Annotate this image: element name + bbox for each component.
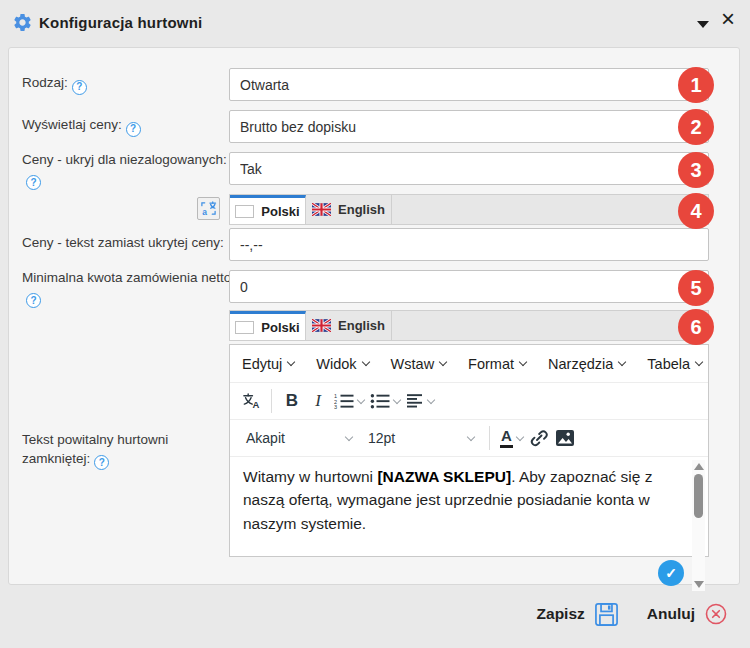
wyswietlaj-ceny-label: Wyświetlaj ceny:? <box>22 116 236 137</box>
chevron-down-icon <box>287 358 295 366</box>
link-button[interactable] <box>526 424 552 452</box>
italic-icon: I <box>315 391 321 411</box>
poland-flag-icon <box>235 321 254 334</box>
rich-text-editor: Edytuj Widok Wstaw Format Narzędzia Tabe… <box>229 344 709 557</box>
bullet-list-button[interactable] <box>367 387 403 415</box>
bold-icon: B <box>286 391 298 411</box>
close-icon: × <box>721 5 735 32</box>
chevron-down-icon <box>519 358 527 366</box>
tekst-zamiast-input[interactable] <box>229 228 709 261</box>
tekst-zamiast-label: Ceny - tekst zamiast ukrytej ceny: <box>22 234 236 253</box>
minimalna-kwota-input[interactable] <box>229 270 709 303</box>
editor-scrollbar[interactable] <box>692 460 705 591</box>
chevron-down-icon <box>439 358 447 366</box>
menu-widok[interactable]: Widok <box>316 356 368 372</box>
save-button[interactable]: Zapisz <box>537 602 619 627</box>
uk-flag-icon <box>312 319 331 332</box>
chevron-down-icon <box>345 432 353 440</box>
dialog-title: Konfiguracja hurtowni <box>39 14 202 31</box>
editor-toolbar-styles: Akapit 12pt A <box>230 419 708 456</box>
link-icon <box>529 428 549 448</box>
ukryj-ceny-input[interactable] <box>229 152 709 185</box>
wyswietlaj-ceny-input[interactable] <box>229 110 709 143</box>
editor-menubar: Edytuj Widok Wstaw Format Narzędzia Tabe… <box>230 345 708 382</box>
form-panel: Rodzaj:? 1 Wyświetlaj ceny:? 2 Ceny - uk… <box>8 47 740 585</box>
tab-polski[interactable]: Polski <box>230 311 306 340</box>
language-tabbar-2: Polski English <box>229 310 709 341</box>
collapse-button[interactable] <box>694 14 712 32</box>
help-icon[interactable]: ? <box>26 175 41 190</box>
toolbar-separator <box>489 426 490 450</box>
minimalna-kwota-label: Minimalna kwota zamówienia netto:? <box>22 269 236 308</box>
ukryj-ceny-label: Ceny - ukryj dla niezalogowanych:? <box>22 151 236 190</box>
bold-button[interactable]: B <box>279 387 305 415</box>
help-icon[interactable]: ? <box>26 293 41 308</box>
cancel-button[interactable]: Anuluj <box>647 602 728 626</box>
dialog-header: Konfiguracja hurtowni × <box>0 0 750 46</box>
cancel-x-icon <box>704 602 728 626</box>
menu-edytuj[interactable]: Edytuj <box>242 356 294 372</box>
text-color-icon: A <box>500 428 513 448</box>
chevron-down-icon <box>393 395 401 403</box>
tekst-powitalny-label: Tekst powitalny hurtowni zamkniętej:? <box>22 431 236 470</box>
chevron-down-icon <box>516 432 524 440</box>
toolbar-separator <box>271 389 272 413</box>
bullet-list-icon <box>370 393 390 409</box>
tab-english[interactable]: English <box>306 195 392 224</box>
check-icon: ✓ <box>665 563 677 584</box>
scroll-up-arrow[interactable] <box>694 463 704 470</box>
menu-format[interactable]: Format <box>468 356 526 372</box>
chevron-down-icon <box>361 358 369 366</box>
language-icon: A <box>242 392 261 410</box>
chevron-down-icon <box>695 358 703 366</box>
font-size-select[interactable]: 12pt <box>360 424 482 452</box>
rodzaj-input[interactable] <box>229 68 709 101</box>
italic-button[interactable]: I <box>305 387 331 415</box>
text-color-button[interactable]: A <box>497 424 526 452</box>
image-button[interactable] <box>552 424 578 452</box>
close-button[interactable]: × <box>716 4 740 34</box>
help-icon[interactable]: ? <box>126 122 141 137</box>
step-badge-1: 1 <box>678 67 714 103</box>
help-icon[interactable]: ? <box>72 80 87 95</box>
welcome-text: Witamy w hurtowni <box>243 468 377 485</box>
chevron-down-icon <box>357 395 365 403</box>
save-floppy-icon <box>594 602 619 627</box>
svg-text:A: A <box>252 399 259 410</box>
block-format-select[interactable]: Akapit <box>238 424 360 452</box>
tab-english[interactable]: English <box>306 311 392 340</box>
step-badge-3: 3 <box>678 152 714 188</box>
uk-flag-icon <box>312 203 331 216</box>
help-icon[interactable]: ? <box>94 455 109 470</box>
numbered-list-button[interactable]: 1 2 3 <box>331 387 367 415</box>
step-badge-5: 5 <box>678 270 714 306</box>
caret-down-icon <box>697 21 709 28</box>
wholesale-config-dialog: { "header": { "title": "Konfiguracja hur… <box>0 0 750 648</box>
menu-narzedzia[interactable]: Narzędzia <box>548 356 625 372</box>
menu-wstaw[interactable]: Wstaw <box>391 356 447 372</box>
numbered-list-icon: 1 2 3 <box>334 393 354 409</box>
step-badge-4: 4 <box>678 193 714 229</box>
status-check-badge: ✓ <box>658 560 684 586</box>
align-button[interactable] <box>403 387 437 415</box>
image-icon <box>555 429 575 447</box>
chevron-down-icon <box>618 358 626 366</box>
gear-icon <box>12 12 33 33</box>
scroll-down-arrow[interactable] <box>694 581 704 588</box>
dialog-footer: Zapisz Anuluj <box>0 599 728 629</box>
language-button[interactable]: A <box>238 387 264 415</box>
language-tabbar-1: Polski English <box>229 194 709 225</box>
step-badge-6: 6 <box>678 309 714 345</box>
editor-toolbar-formatting: A B I 1 2 3 <box>230 382 708 419</box>
poland-flag-icon <box>235 205 254 218</box>
align-left-icon <box>406 393 424 409</box>
tab-polski[interactable]: Polski <box>230 195 306 224</box>
translate-button[interactable]: a <box>197 197 220 220</box>
editor-content-area[interactable]: Witamy w hurtowni [NAZWA SKLEPU]. Aby za… <box>230 456 708 594</box>
scrollbar-thumb[interactable] <box>694 474 703 518</box>
chevron-down-icon <box>467 432 475 440</box>
menu-tabela[interactable]: Tabela <box>647 356 702 372</box>
svg-text:3: 3 <box>334 404 337 409</box>
rodzaj-label: Rodzaj:? <box>22 74 236 95</box>
chevron-down-icon <box>427 395 435 403</box>
